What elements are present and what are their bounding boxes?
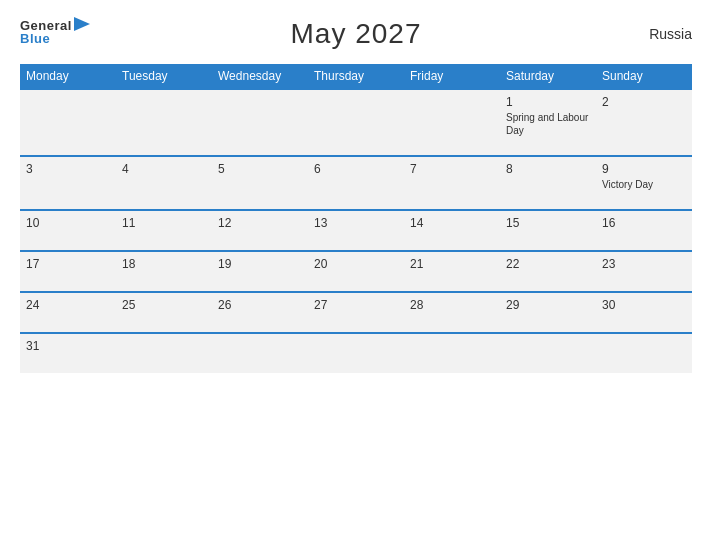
day-number: 11: [122, 216, 206, 230]
country-label: Russia: [649, 26, 692, 42]
day-number: 17: [26, 257, 110, 271]
day-number: 10: [26, 216, 110, 230]
week-row-6: 31: [20, 333, 692, 373]
holiday-name: Spring and Labour Day: [506, 111, 590, 137]
day-number: 29: [506, 298, 590, 312]
logo-flag-icon: [74, 17, 90, 31]
svg-marker-0: [74, 17, 90, 31]
day-number: 24: [26, 298, 110, 312]
holiday-name: Victory Day: [602, 178, 686, 191]
week-row-2: 3456789Victory Day: [20, 156, 692, 210]
calendar-cell: 25: [116, 292, 212, 333]
day-number: 16: [602, 216, 686, 230]
col-sunday: Sunday: [596, 64, 692, 89]
calendar-cell: 8: [500, 156, 596, 210]
calendar-cell: 17: [20, 251, 116, 292]
col-thursday: Thursday: [308, 64, 404, 89]
calendar-thead: Monday Tuesday Wednesday Thursday Friday…: [20, 64, 692, 89]
calendar-cell: 18: [116, 251, 212, 292]
calendar-page: General Blue May 2027 Russia Monday Tues…: [0, 0, 712, 550]
day-number: 15: [506, 216, 590, 230]
calendar-cell: 11: [116, 210, 212, 251]
day-number: 2: [602, 95, 686, 109]
calendar-table: Monday Tuesday Wednesday Thursday Friday…: [20, 64, 692, 373]
calendar-cell: 27: [308, 292, 404, 333]
day-number: 7: [410, 162, 494, 176]
week-row-3: 10111213141516: [20, 210, 692, 251]
day-number: 14: [410, 216, 494, 230]
day-number: 6: [314, 162, 398, 176]
calendar-cell: 12: [212, 210, 308, 251]
day-number: 1: [506, 95, 590, 109]
calendar-cell: 15: [500, 210, 596, 251]
calendar-cell: [212, 333, 308, 373]
day-number: 28: [410, 298, 494, 312]
calendar-cell: 24: [20, 292, 116, 333]
col-monday: Monday: [20, 64, 116, 89]
calendar-cell: 10: [20, 210, 116, 251]
calendar-cell: 22: [500, 251, 596, 292]
calendar-cell: 23: [596, 251, 692, 292]
col-friday: Friday: [404, 64, 500, 89]
logo-general-text: General: [20, 19, 72, 32]
calendar-cell: [500, 333, 596, 373]
day-number: 23: [602, 257, 686, 271]
calendar-cell: 16: [596, 210, 692, 251]
calendar-cell: 5: [212, 156, 308, 210]
day-number: 13: [314, 216, 398, 230]
day-number: 22: [506, 257, 590, 271]
calendar-cell: 31: [20, 333, 116, 373]
calendar-cell: 1Spring and Labour Day: [500, 89, 596, 156]
calendar-cell: [212, 89, 308, 156]
calendar-cell: 14: [404, 210, 500, 251]
week-row-4: 17181920212223: [20, 251, 692, 292]
col-saturday: Saturday: [500, 64, 596, 89]
calendar-cell: 26: [212, 292, 308, 333]
day-number: 31: [26, 339, 110, 353]
day-number: 19: [218, 257, 302, 271]
calendar-cell: [116, 89, 212, 156]
day-number: 8: [506, 162, 590, 176]
day-number: 4: [122, 162, 206, 176]
calendar-cell: [116, 333, 212, 373]
calendar-cell: [596, 333, 692, 373]
calendar-cell: [404, 89, 500, 156]
day-number: 26: [218, 298, 302, 312]
day-number: 25: [122, 298, 206, 312]
calendar-cell: [404, 333, 500, 373]
week-row-1: 1Spring and Labour Day2: [20, 89, 692, 156]
col-tuesday: Tuesday: [116, 64, 212, 89]
month-title: May 2027: [291, 18, 422, 50]
col-wednesday: Wednesday: [212, 64, 308, 89]
calendar-cell: 6: [308, 156, 404, 210]
calendar-cell: 30: [596, 292, 692, 333]
calendar-cell: [308, 333, 404, 373]
day-number: 3: [26, 162, 110, 176]
day-number: 20: [314, 257, 398, 271]
day-number: 12: [218, 216, 302, 230]
day-number: 18: [122, 257, 206, 271]
day-number: 27: [314, 298, 398, 312]
day-number: 21: [410, 257, 494, 271]
logo: General Blue: [20, 18, 90, 45]
calendar-cell: 4: [116, 156, 212, 210]
calendar-cell: [20, 89, 116, 156]
calendar-cell: [308, 89, 404, 156]
calendar-header: General Blue May 2027 Russia: [20, 18, 692, 50]
calendar-cell: 2: [596, 89, 692, 156]
calendar-cell: 29: [500, 292, 596, 333]
calendar-body: 1Spring and Labour Day23456789Victory Da…: [20, 89, 692, 373]
calendar-cell: 21: [404, 251, 500, 292]
calendar-cell: 3: [20, 156, 116, 210]
day-number: 9: [602, 162, 686, 176]
calendar-cell: 28: [404, 292, 500, 333]
day-number: 30: [602, 298, 686, 312]
day-header-row: Monday Tuesday Wednesday Thursday Friday…: [20, 64, 692, 89]
day-number: 5: [218, 162, 302, 176]
calendar-cell: 9Victory Day: [596, 156, 692, 210]
calendar-cell: 20: [308, 251, 404, 292]
calendar-cell: 7: [404, 156, 500, 210]
week-row-5: 24252627282930: [20, 292, 692, 333]
calendar-cell: 19: [212, 251, 308, 292]
calendar-cell: 13: [308, 210, 404, 251]
